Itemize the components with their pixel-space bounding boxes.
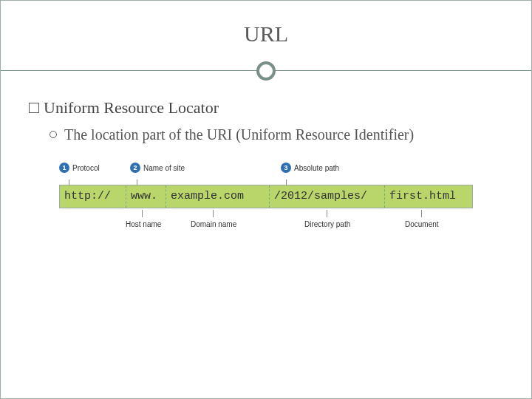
badge-1: 1 xyxy=(59,163,69,173)
top-labels-row: 1 Protocol 2 Name of site 3 Absolute pat… xyxy=(59,163,473,185)
square-bullet-icon xyxy=(29,103,39,113)
seg-dir: /2012/samples/ xyxy=(270,185,385,208)
url-box: http:// www. example.com /2012/samples/ … xyxy=(59,185,473,208)
bot-label-domain: Domain name xyxy=(191,220,236,228)
top-label-site: 2 Name of site xyxy=(130,163,185,173)
tick-dir xyxy=(327,210,327,217)
tick-protocol xyxy=(69,180,69,185)
title-rule xyxy=(26,60,506,82)
seg-doc-text: first.html xyxy=(389,190,456,202)
url-diagram: 1 Protocol 2 Name of site 3 Absolute pat… xyxy=(59,163,473,241)
top-label-protocol-text: Protocol xyxy=(72,164,100,172)
sub-row: The location part of the URI (Uniform Re… xyxy=(29,125,503,145)
tick-path xyxy=(286,180,287,185)
tick-host xyxy=(142,210,143,217)
seg-host: www. xyxy=(126,185,166,208)
sub-text: The location part of the URI (Uniform Re… xyxy=(64,125,414,145)
seg-dir-text: /2012/samples/ xyxy=(274,190,367,202)
badge-3: 3 xyxy=(281,163,291,173)
tick-doc xyxy=(421,210,422,217)
top-label-site-text: Name of site xyxy=(143,164,185,172)
top-label-protocol: 1 Protocol xyxy=(59,163,100,173)
bot-label-host: Host name xyxy=(126,220,161,228)
bottom-labels-row: Host name Domain name Directory path Doc… xyxy=(59,210,473,241)
seg-protocol-text: http:// xyxy=(64,190,111,202)
top-label-path: 3 Absolute path xyxy=(281,163,339,173)
seg-domain: example.com xyxy=(166,185,270,208)
tick-site xyxy=(137,180,137,185)
rule-circle-icon xyxy=(256,61,276,81)
top-label-path-text: Absolute path xyxy=(294,164,339,172)
seg-protocol: http:// xyxy=(60,185,126,208)
content-area: Uniform Resource Locator The location pa… xyxy=(26,98,506,241)
heading-text: Uniform Resource Locator xyxy=(44,98,219,117)
slide-title: URL xyxy=(26,21,506,47)
seg-host-text: www. xyxy=(131,190,157,202)
slide-frame: URL Uniform Resource Locator The locatio… xyxy=(0,0,532,399)
bot-label-dir: Directory path xyxy=(304,220,350,228)
heading-row: Uniform Resource Locator xyxy=(29,98,503,117)
bot-label-doc: Document xyxy=(405,220,439,228)
circle-bullet-icon xyxy=(50,131,57,138)
seg-doc: first.html xyxy=(385,185,472,208)
seg-domain-text: example.com xyxy=(171,190,244,202)
tick-domain xyxy=(213,210,214,217)
badge-2: 2 xyxy=(130,163,140,173)
